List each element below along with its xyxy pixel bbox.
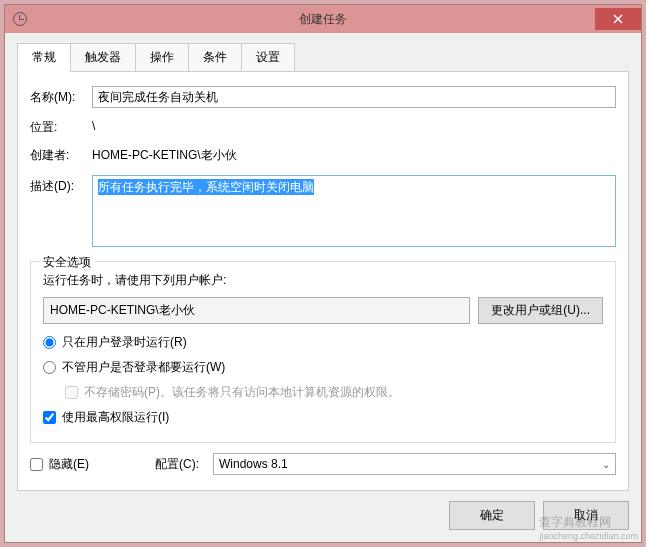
hidden-row[interactable]: 隐藏(E) xyxy=(30,456,89,473)
tab-conditions[interactable]: 条件 xyxy=(188,43,242,71)
ok-button[interactable]: 确定 xyxy=(449,501,535,530)
description-text: 所有任务执行完毕，系统空闲时关闭电脑 xyxy=(98,179,314,195)
tab-triggers[interactable]: 触发器 xyxy=(70,43,136,71)
security-legend: 安全选项 xyxy=(39,254,95,271)
radio-logged-on-label: 只在用户登录时运行(R) xyxy=(62,334,187,351)
description-label: 描述(D): xyxy=(30,175,92,195)
account-field: HOME-PC-KETING\老小伙 xyxy=(43,297,470,324)
radio-any-input[interactable] xyxy=(43,361,56,374)
radio-logged-on[interactable]: 只在用户登录时运行(R) xyxy=(43,334,603,351)
tab-strip: 常规 触发器 操作 条件 设置 xyxy=(17,43,629,72)
name-label: 名称(M): xyxy=(30,86,92,106)
description-input[interactable]: 所有任务执行完毕，系统空闲时关闭电脑 xyxy=(92,175,616,247)
config-value: Windows 8.1 xyxy=(219,457,288,471)
close-icon xyxy=(613,14,623,24)
titlebar[interactable]: 创建任务 xyxy=(5,5,641,33)
author-value: HOME-PC-KETING\老小伙 xyxy=(92,144,616,167)
highest-priv-label: 使用最高权限运行(I) xyxy=(62,409,169,426)
clock-icon xyxy=(13,12,27,26)
location-value: \ xyxy=(92,116,616,136)
hidden-label: 隐藏(E) xyxy=(49,456,89,473)
cancel-button[interactable]: 取消 xyxy=(543,501,629,530)
window-title: 创建任务 xyxy=(299,11,347,28)
dialog-footer: 确定 取消 xyxy=(17,501,629,530)
security-options: 安全选项 运行任务时，请使用下列用户帐户: HOME-PC-KETING\老小伙… xyxy=(30,261,616,443)
radio-logged-on-input[interactable] xyxy=(43,336,56,349)
chevron-down-icon: ⌄ xyxy=(602,459,610,470)
radio-any-label: 不管用户是否登录都要运行(W) xyxy=(62,359,225,376)
no-password-label: 不存储密码(P)。该任务将只有访问本地计算机资源的权限。 xyxy=(84,384,400,401)
content-area: 常规 触发器 操作 条件 设置 名称(M): 位置: \ 创建者: HOME-P… xyxy=(5,33,641,542)
author-label: 创建者: xyxy=(30,144,92,164)
highest-priv-checkbox[interactable] xyxy=(43,411,56,424)
config-select[interactable]: Windows 8.1 ⌄ xyxy=(213,453,616,475)
tab-general[interactable]: 常规 xyxy=(17,43,71,72)
tab-actions[interactable]: 操作 xyxy=(135,43,189,71)
no-password-checkbox xyxy=(65,386,78,399)
radio-any-user[interactable]: 不管用户是否登录都要运行(W) xyxy=(43,359,603,376)
general-panel: 名称(M): 位置: \ 创建者: HOME-PC-KETING\老小伙 描述(… xyxy=(17,72,629,491)
task-dialog: 创建任务 常规 触发器 操作 条件 设置 名称(M): 位置: \ 创建者: H… xyxy=(4,4,642,543)
highest-priv-row[interactable]: 使用最高权限运行(I) xyxy=(43,409,603,426)
location-label: 位置: xyxy=(30,116,92,136)
change-user-button[interactable]: 更改用户或组(U)... xyxy=(478,297,603,324)
config-label: 配置(C): xyxy=(155,456,199,473)
hidden-checkbox[interactable] xyxy=(30,458,43,471)
name-input[interactable] xyxy=(92,86,616,108)
account-prompt: 运行任务时，请使用下列用户帐户: xyxy=(43,272,603,289)
close-button[interactable] xyxy=(595,8,641,30)
tab-settings[interactable]: 设置 xyxy=(241,43,295,71)
no-password-row: 不存储密码(P)。该任务将只有访问本地计算机资源的权限。 xyxy=(65,384,603,401)
